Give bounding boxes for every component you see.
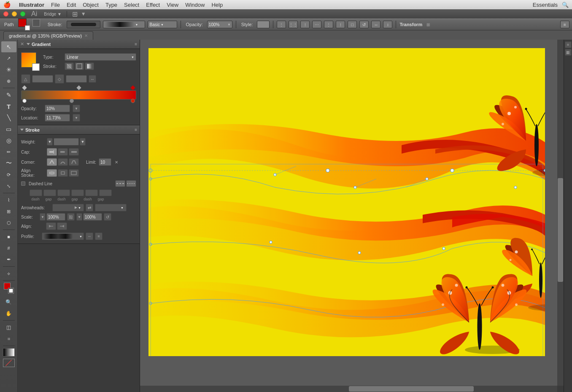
weight-dropdown-icon[interactable]: ▼ bbox=[80, 138, 86, 146]
scale-stepper-icon[interactable]: ▼ bbox=[40, 213, 46, 221]
menu-window[interactable]: Window bbox=[185, 2, 205, 8]
type-tool[interactable]: T bbox=[1, 101, 16, 112]
align-left-icon[interactable]: ⋮ bbox=[277, 21, 286, 28]
stroke-collapse-icon[interactable] bbox=[20, 129, 24, 131]
pencil-tool[interactable]: 〜 bbox=[1, 158, 16, 169]
minimize-button[interactable] bbox=[12, 11, 17, 16]
menu-select[interactable]: Select bbox=[124, 2, 139, 8]
midpoint-input[interactable] bbox=[66, 75, 87, 83]
weight-decrement-icon[interactable]: ▼ bbox=[47, 138, 53, 146]
horizontal-scrollbar[interactable] bbox=[140, 386, 557, 392]
align-artboard-icon[interactable]: □ bbox=[348, 21, 357, 28]
stroke-gradient-icon[interactable] bbox=[85, 62, 94, 70]
mesh-tool[interactable]: # bbox=[1, 243, 16, 254]
gradient-panel-menu-icon[interactable]: ≡ bbox=[135, 42, 137, 46]
stroke-preview[interactable] bbox=[67, 21, 100, 28]
dash-pattern-2[interactable] bbox=[126, 180, 136, 187]
hand-tool[interactable]: ✋ bbox=[1, 308, 16, 319]
rotate-tool[interactable]: ⟳ bbox=[1, 169, 16, 180]
refresh-scale-icon[interactable]: ↺ bbox=[104, 213, 111, 221]
gradient-tool[interactable]: ■ bbox=[1, 231, 16, 242]
apple-menu[interactable]: 🍎 bbox=[3, 1, 11, 8]
scale-start-input[interactable]: 100% bbox=[46, 213, 65, 221]
vertical-scrollbar-thumb[interactable] bbox=[558, 178, 563, 282]
gradient-type-dropdown[interactable]: Linear ▼ bbox=[65, 53, 136, 61]
gradient-panel-close-icon[interactable]: ✕ bbox=[20, 41, 24, 47]
gradient-stop-right[interactable] bbox=[130, 85, 135, 90]
arrowhead-start-dropdown[interactable]: ▼ bbox=[52, 204, 84, 211]
artboard[interactable] bbox=[148, 48, 545, 356]
align-arrow-start-button[interactable] bbox=[46, 222, 56, 230]
rotate-icon[interactable]: ↺ bbox=[359, 21, 369, 28]
flip-icon[interactable]: ↔ bbox=[371, 21, 380, 28]
stroke-shape-dropdown[interactable]: ▼ bbox=[103, 21, 145, 28]
gradient-stop-handle-right[interactable] bbox=[131, 99, 135, 103]
brush-style-dropdown[interactable]: Basic ▼ bbox=[148, 21, 177, 28]
opacity-dropdown-arrow[interactable]: ▼ bbox=[73, 105, 80, 112]
dash-1-input[interactable] bbox=[30, 189, 42, 196]
distribute-v-icon[interactable]: ⫶ bbox=[336, 21, 345, 28]
gradient-stop-handle-left[interactable] bbox=[22, 99, 27, 103]
direct-selection-tool[interactable]: ↗ bbox=[1, 53, 16, 64]
essentials-label[interactable]: Essentials bbox=[533, 2, 558, 8]
limit-input[interactable]: 10 bbox=[99, 158, 111, 166]
menu-file[interactable]: File bbox=[51, 2, 60, 8]
angle-input[interactable] bbox=[32, 75, 53, 83]
cap-round-button[interactable] bbox=[58, 148, 68, 156]
warp-tool[interactable]: ⌇ bbox=[1, 195, 16, 205]
canvas-background[interactable] bbox=[140, 40, 555, 384]
artboard-tool[interactable]: ◫ bbox=[1, 322, 16, 333]
stroke-outline-icon[interactable] bbox=[75, 62, 84, 70]
gradient-stop-handle-mid[interactable] bbox=[70, 99, 74, 103]
gradient-collapse-icon[interactable] bbox=[27, 43, 30, 45]
align-outside-stroke-button[interactable] bbox=[69, 169, 79, 177]
cap-butt-button[interactable] bbox=[47, 148, 57, 156]
align-inside-stroke-button[interactable] bbox=[58, 169, 68, 177]
align-arrow-end-button[interactable] bbox=[57, 222, 67, 230]
arrowhead-end-dropdown[interactable]: ▼ bbox=[95, 204, 127, 211]
corner-round-button[interactable] bbox=[58, 158, 68, 166]
menu-help[interactable]: Help bbox=[211, 2, 223, 8]
expand-icon[interactable]: ≡ bbox=[560, 21, 569, 28]
document-tab[interactable]: gradient.ai @ 135% (RGB/Preview) ✕ bbox=[3, 31, 93, 40]
vertical-scrollbar[interactable] bbox=[557, 40, 564, 386]
rect-tool[interactable]: ▭ bbox=[1, 124, 16, 135]
dash-3-input[interactable] bbox=[85, 189, 98, 196]
gradient-bar[interactable] bbox=[21, 90, 136, 100]
gradient-stop-mid[interactable] bbox=[76, 85, 81, 90]
dash-2-input[interactable] bbox=[57, 189, 70, 196]
menu-object[interactable]: Object bbox=[83, 2, 99, 8]
gradient-stop-left[interactable] bbox=[22, 85, 27, 90]
profile-dropdown[interactable]: ▼ bbox=[42, 232, 84, 240]
align-top-icon[interactable]: ⋯ bbox=[312, 21, 321, 28]
reverse-gradient-button[interactable]: ↔ bbox=[89, 75, 96, 83]
lasso-tool[interactable]: ⊕ bbox=[1, 76, 16, 87]
horizontal-scrollbar-thumb[interactable] bbox=[349, 386, 474, 392]
brush-tool[interactable]: ✏ bbox=[1, 146, 16, 157]
profile-options-button[interactable]: ≡ bbox=[95, 232, 103, 240]
align-bottom-icon[interactable]: ⋮ bbox=[324, 21, 333, 28]
scale-stepper-2-icon[interactable]: ▼ bbox=[76, 213, 82, 221]
stroke-fill-icon[interactable] bbox=[65, 62, 74, 70]
maximize-button[interactable] bbox=[20, 11, 25, 16]
location-value-input[interactable]: 11.73% bbox=[45, 114, 70, 122]
align-center-stroke-button[interactable] bbox=[47, 169, 57, 177]
dashed-line-checkbox[interactable] bbox=[21, 181, 25, 186]
pen-tool[interactable]: ✎ bbox=[1, 89, 16, 100]
free-transform-tool[interactable]: ⊞ bbox=[1, 206, 16, 217]
close-button[interactable] bbox=[3, 11, 8, 16]
weight-input[interactable] bbox=[54, 138, 79, 146]
gradient-preview-swatch[interactable] bbox=[21, 52, 40, 71]
fill-stroke-color[interactable] bbox=[3, 283, 15, 294]
dash-pattern-1[interactable] bbox=[115, 180, 125, 187]
ellipse-tool[interactable]: ◎ bbox=[1, 135, 16, 146]
gap-1-input[interactable] bbox=[43, 189, 56, 196]
arrowhead-swap-button[interactable]: ⇄ bbox=[86, 204, 93, 211]
menu-edit[interactable]: Edit bbox=[67, 2, 76, 8]
style-swatch[interactable] bbox=[257, 21, 270, 28]
menu-effect[interactable]: Effect bbox=[146, 2, 160, 8]
stroke-panel-header[interactable]: Stroke ≡ bbox=[18, 125, 140, 135]
location-dropdown-arrow[interactable]: ▼ bbox=[73, 114, 80, 122]
flip-v-icon[interactable]: ↕ bbox=[383, 21, 392, 28]
scale-link-icon[interactable]: ⛓ bbox=[67, 213, 75, 221]
